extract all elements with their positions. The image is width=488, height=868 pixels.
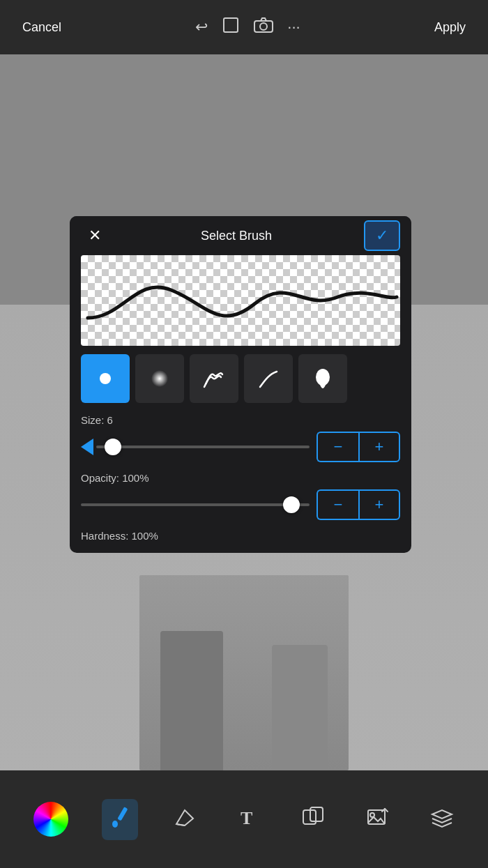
opacity-increase-button[interactable]: +: [358, 489, 400, 520]
opacity-track-container: [81, 503, 310, 506]
svg-point-4: [151, 370, 168, 387]
svg-point-2: [260, 23, 267, 30]
brush-type-calligraphy[interactable]: [244, 354, 293, 403]
bottom-tool-color[interactable]: [28, 796, 74, 842]
size-track[interactable]: [96, 446, 310, 448]
size-arrow-icon: [81, 439, 93, 455]
size-stepper: − +: [317, 432, 400, 462]
brush-icon: [107, 805, 132, 835]
top-toolbar: Cancel ↩ ··· Apply: [0, 0, 488, 54]
select-brush-dialog: ✕ Select Brush ✓: [70, 216, 411, 553]
svg-point-7: [112, 821, 118, 828]
bottom-tool-clone[interactable]: [295, 799, 331, 840]
brush-type-soft[interactable]: [135, 354, 184, 403]
more-icon[interactable]: ···: [287, 18, 300, 36]
undo-icon[interactable]: ↩: [195, 18, 208, 36]
size-control: − +: [81, 432, 400, 462]
gallery-icon: [365, 805, 390, 835]
opacity-control: − +: [81, 489, 400, 520]
opacity-decrease-button[interactable]: −: [317, 489, 358, 520]
svg-rect-6: [118, 807, 128, 821]
bottom-tool-eraser[interactable]: [167, 799, 203, 840]
hardness-label: Hardness: 100%: [81, 530, 400, 542]
person-left: [160, 631, 223, 770]
brush-type-marker[interactable]: [190, 354, 238, 403]
person-right: [272, 645, 328, 770]
dialog-header: ✕ Select Brush ✓: [70, 216, 411, 255]
dialog-close-button[interactable]: ✕: [81, 222, 109, 250]
dialog-title: Select Brush: [201, 229, 272, 243]
scene-people: [139, 575, 349, 770]
cancel-button[interactable]: Cancel: [14, 15, 70, 40]
dialog-confirm-button[interactable]: ✓: [364, 220, 400, 251]
opacity-track[interactable]: [81, 503, 310, 506]
opacity-slider-row: Opacity: 100% − +: [81, 472, 400, 520]
brush-type-round[interactable]: [81, 354, 130, 403]
brush-preview: [81, 255, 400, 346]
text-icon: T: [236, 805, 261, 835]
opacity-label: Opacity: 100%: [81, 472, 400, 484]
size-decrease-button[interactable]: −: [317, 432, 358, 462]
brush-type-selector: [70, 354, 411, 414]
size-slider-wrapper: [81, 439, 310, 455]
sliders-section: Size: 6 − + Opacity: 100%: [70, 414, 411, 553]
brush-stroke-svg: [81, 255, 400, 346]
selection-icon[interactable]: [222, 16, 240, 38]
bottom-tool-layers[interactable]: [424, 799, 460, 840]
color-wheel-icon: [33, 802, 68, 837]
size-increase-button[interactable]: +: [358, 432, 400, 462]
bottom-tool-text[interactable]: T: [231, 799, 267, 840]
brush-type-paint[interactable]: [298, 354, 347, 403]
camera-icon[interactable]: [254, 17, 273, 38]
bottom-toolbar: T: [0, 770, 488, 868]
opacity-thumb[interactable]: [283, 496, 300, 513]
svg-text:T: T: [241, 808, 252, 828]
opacity-stepper: − +: [317, 489, 400, 520]
bottom-tool-brush[interactable]: [102, 799, 138, 840]
eraser-icon: [172, 805, 197, 835]
bottom-tool-gallery[interactable]: [360, 799, 396, 840]
layers-icon: [429, 805, 455, 835]
size-label: Size: 6: [81, 414, 400, 426]
svg-point-3: [100, 373, 111, 384]
size-thumb[interactable]: [105, 439, 121, 455]
toolbar-center: ↩ ···: [195, 16, 300, 38]
apply-button[interactable]: Apply: [426, 15, 474, 40]
svg-rect-0: [224, 18, 238, 32]
clone-icon: [300, 805, 326, 835]
size-slider-row: Size: 6 − +: [81, 414, 400, 462]
